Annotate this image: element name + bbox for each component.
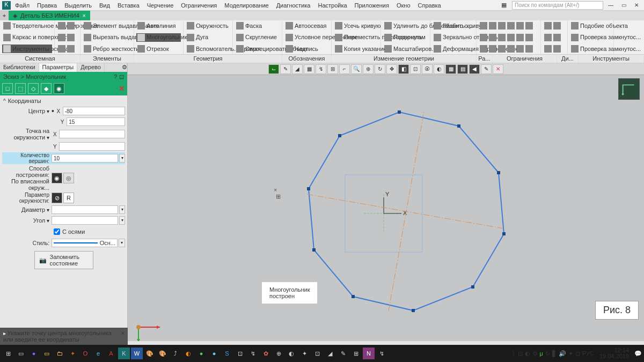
gear-icon[interactable]: ⚙ bbox=[119, 63, 127, 72]
tray-1[interactable]: ⊡ bbox=[518, 350, 523, 357]
tb-1[interactable]: ▭ bbox=[15, 348, 27, 359]
tt-12[interactable]: ◧ bbox=[398, 64, 409, 74]
tray-3[interactable]: ⚙ bbox=[532, 350, 538, 357]
rb-text[interactable]: Надпись bbox=[284, 45, 329, 53]
tt-11[interactable]: ✥ bbox=[386, 64, 397, 74]
tb-paint[interactable]: 🎨 bbox=[144, 348, 156, 359]
clock[interactable]: 12:1419.04.2019 bbox=[596, 348, 632, 359]
tb-word[interactable]: W bbox=[131, 348, 143, 359]
start-button[interactable]: ⊞ bbox=[2, 348, 14, 359]
vertices-input[interactable] bbox=[52, 154, 118, 162]
menu-diag[interactable]: Диагностика bbox=[273, 1, 314, 10]
tt-14[interactable]: ⦿ bbox=[422, 64, 433, 74]
tb-2[interactable]: ● bbox=[28, 348, 40, 359]
tt-10[interactable]: ↻ bbox=[375, 64, 385, 74]
rb-ic-d[interactable] bbox=[543, 21, 565, 30]
rb-arc[interactable]: Дуга bbox=[186, 33, 230, 42]
minimize-button[interactable]: — bbox=[605, 1, 616, 10]
rb-ic-f[interactable] bbox=[543, 45, 565, 53]
pin-icon[interactable]: ⊡ bbox=[119, 73, 124, 80]
pt-4[interactable]: ◆ bbox=[41, 83, 52, 94]
rb-extrude[interactable]: Элемент выдавливания bbox=[83, 21, 131, 30]
tb-skype[interactable]: S bbox=[221, 348, 233, 359]
tt-6[interactable]: ⊞ bbox=[327, 64, 338, 74]
angle-input[interactable] bbox=[52, 216, 118, 225]
rb-ic-e[interactable] bbox=[543, 33, 565, 42]
tb-21[interactable]: ⊕ bbox=[273, 348, 284, 359]
taskbar[interactable]: ⊞ ▭ ● ▭ 🗀 ✦ O e A K W 🎨 🎨 ⤴ ◐ ● ● S ⊡ ↯ … bbox=[0, 345, 644, 362]
menu-help[interactable]: Справка bbox=[415, 1, 444, 10]
tb-24[interactable]: ⊡ bbox=[311, 348, 323, 359]
rb-move[interactable]: Переместить по координатам bbox=[334, 33, 378, 42]
diam-input[interactable] bbox=[52, 205, 118, 214]
tray-5[interactable]: ↻ bbox=[545, 350, 550, 357]
tray-action[interactable]: 💬 bbox=[634, 350, 642, 357]
style-dd[interactable]: ▾ bbox=[119, 239, 125, 247]
tb-25[interactable]: ◢ bbox=[324, 348, 336, 359]
tb-14[interactable]: ◐ bbox=[182, 348, 194, 359]
tt-1[interactable]: ⌙ bbox=[268, 64, 279, 74]
tb-16[interactable]: ● bbox=[208, 348, 220, 359]
rb-segment[interactable]: Отрезок bbox=[136, 45, 181, 53]
rb-copy[interactable]: Копия указанием bbox=[334, 45, 378, 53]
document-tab[interactable]: ◈ Деталь БЕЗ ИМЕНИ4 × bbox=[9, 11, 90, 20]
rb-ic-a[interactable] bbox=[479, 21, 538, 30]
tt-19[interactable]: ✎ bbox=[481, 64, 492, 74]
rb-rib[interactable]: Ребро жесткости bbox=[83, 45, 131, 53]
tray-net[interactable]: ▋ bbox=[552, 350, 557, 357]
rb-i1[interactable] bbox=[57, 21, 78, 30]
tb-29[interactable]: ↯ bbox=[376, 348, 387, 359]
app-icon[interactable]: K bbox=[2, 1, 11, 10]
center-x-input[interactable] bbox=[63, 107, 125, 115]
circparam-d[interactable]: ⊘ bbox=[52, 193, 62, 203]
pt-2[interactable]: ⬚ bbox=[15, 83, 26, 94]
tray-lang[interactable]: РУС bbox=[582, 350, 594, 357]
hint-close-icon[interactable]: × bbox=[121, 330, 125, 336]
tt-9[interactable]: ⊕ bbox=[363, 64, 374, 74]
pt-3[interactable]: ◇ bbox=[28, 83, 39, 94]
tb-19[interactable]: ↯ bbox=[247, 348, 259, 359]
maximize-button[interactable]: ▭ bbox=[618, 1, 629, 10]
tab-tree[interactable]: Дерево bbox=[77, 63, 105, 72]
tt-13[interactable]: ⊡ bbox=[410, 64, 421, 74]
rb-ic-c[interactable] bbox=[479, 45, 538, 53]
rb-project[interactable]: Спроецировать объект bbox=[235, 45, 280, 53]
rb-cond[interactable]: Условное пересечение bbox=[284, 33, 329, 42]
tb-12[interactable]: 🎨 bbox=[157, 348, 169, 359]
rb-extend[interactable]: Удлинить до ближайшего о... bbox=[383, 21, 428, 30]
close-panel-icon[interactable]: ✕ bbox=[119, 84, 125, 93]
tt-17[interactable]: ▤ bbox=[457, 64, 468, 74]
verts-dd[interactable]: ▾ bbox=[119, 154, 125, 162]
rb-aux[interactable]: Вспомогатель... прямая bbox=[186, 45, 230, 53]
tb-26[interactable]: ✎ bbox=[337, 348, 349, 359]
menu-edit[interactable]: Правка bbox=[34, 1, 60, 10]
diam-dd[interactable]: ▾ bbox=[119, 205, 125, 214]
tb-edge[interactable]: e bbox=[92, 348, 104, 359]
rb-deform[interactable]: Деформация перемещением bbox=[433, 45, 474, 53]
close-tab-icon[interactable]: × bbox=[83, 13, 86, 19]
tb-5[interactable]: ✦ bbox=[67, 348, 78, 359]
menu-insert[interactable]: Вставка bbox=[114, 1, 143, 10]
tray-bt[interactable]: ᛒ bbox=[512, 350, 516, 357]
tt-4[interactable]: ▦ bbox=[304, 64, 314, 74]
tt-2[interactable]: ✎ bbox=[280, 64, 291, 74]
menu-view[interactable]: Вид bbox=[96, 1, 113, 10]
rb-fillet[interactable]: Скругление bbox=[235, 33, 280, 42]
pt-5[interactable]: ◉ bbox=[54, 83, 64, 94]
menu-model[interactable]: Моделирование bbox=[221, 1, 272, 10]
tt-16[interactable]: ▦ bbox=[445, 64, 456, 74]
tab-libs[interactable]: Библиотеки bbox=[0, 63, 39, 72]
help-icon[interactable]: ? bbox=[114, 73, 117, 80]
rb-check2[interactable]: Проверка замкнутос... bbox=[570, 45, 611, 53]
rb-like[interactable]: Подобие объекта bbox=[570, 21, 611, 30]
point-x-input[interactable] bbox=[59, 130, 125, 138]
command-search[interactable]: Поиск по командам (Alt+/) bbox=[512, 1, 603, 10]
rb-mirror[interactable]: Зеркально отразить bbox=[433, 33, 474, 42]
tab-params[interactable]: Параметры bbox=[39, 63, 78, 72]
style-select[interactable]: Осн... bbox=[52, 239, 118, 247]
rb-autoaxis[interactable]: Автоосевая bbox=[284, 21, 329, 30]
rb-solid[interactable]: Твердотельное моделирование bbox=[2, 21, 52, 30]
menu-apps[interactable]: Приложения bbox=[352, 1, 392, 10]
close-button[interactable]: ✕ bbox=[631, 1, 642, 10]
tb-folder[interactable]: 🗀 bbox=[54, 348, 65, 359]
